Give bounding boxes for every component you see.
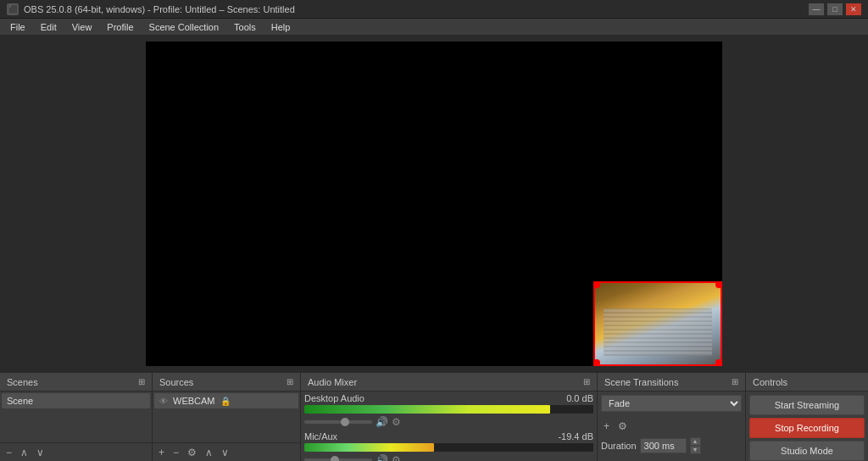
scenes-panel: Scenes ⊞ Scene − ∧ ∨ <box>0 373 153 461</box>
transitions-header: Scene Transitions ⊞ <box>598 373 745 392</box>
scenes-title: Scenes <box>7 377 38 387</box>
bottom-panel: Scenes ⊞ Scene − ∧ ∨ Sources ⊞ <box>0 372 868 461</box>
desktop-audio-meter <box>304 405 593 414</box>
scenes-up-button[interactable]: ∧ <box>18 445 31 460</box>
scene-item[interactable]: Scene <box>2 393 150 408</box>
mic-aux-db: -19.4 dB <box>558 431 593 442</box>
preview-canvas <box>146 42 722 366</box>
menu-bar: File Edit View Profile Scene Collection … <box>0 19 868 36</box>
scenes-header: Scenes ⊞ <box>0 373 152 392</box>
sources-settings-button[interactable]: ⚙ <box>185 445 199 460</box>
corner-handle-br[interactable] <box>715 359 722 366</box>
corner-handle-tl[interactable] <box>593 281 600 288</box>
title-text: OBS 25.0.8 (64-bit, windows) - Profile: … <box>24 4 295 14</box>
desktop-audio-settings-button[interactable]: ⚙ <box>392 416 401 428</box>
audio-track-desktop: Desktop Audio 0.0 dB 🔊 ⚙ <box>304 393 593 428</box>
transitions-settings-button[interactable]: ⚙ <box>615 419 630 434</box>
source-name: WEBCAM <box>173 396 215 406</box>
mic-audio-meter <box>304 443 593 452</box>
webcam-image <box>595 283 721 364</box>
transitions-add-row: + ⚙ <box>601 419 742 434</box>
desktop-mute-button[interactable]: 🔊 <box>376 416 388 428</box>
scenes-footer: − ∧ ∨ <box>0 442 152 461</box>
sources-expand-icon[interactable]: ⊞ <box>287 377 293 386</box>
transition-type-select[interactable]: Fade Cut Swipe Slide <box>601 395 742 412</box>
sources-header-icons: ⊞ <box>287 377 293 386</box>
desktop-volume-slider[interactable] <box>304 420 372 424</box>
desktop-audio-label: Desktop Audio <box>304 393 364 403</box>
start-streaming-button[interactable]: Start Streaming <box>749 395 865 415</box>
menu-scene-collection[interactable]: Scene Collection <box>142 20 226 34</box>
duration-label: Duration <box>601 441 637 451</box>
desktop-audio-db: 0.0 dB <box>566 393 593 403</box>
corner-handle-tr[interactable] <box>715 281 722 288</box>
menu-view[interactable]: View <box>65 20 99 34</box>
preview-area <box>0 36 868 372</box>
audio-mixer-header: Audio Mixer ⊞ <box>301 373 597 392</box>
audio-mixer-header-icons: ⊞ <box>583 377 590 386</box>
scene-transitions-panel: Scene Transitions ⊞ Fade Cut Swipe Slide… <box>598 373 746 461</box>
scenes-down-button[interactable]: ∨ <box>34 445 47 460</box>
minimize-button[interactable]: — <box>809 3 824 15</box>
webcam-preview[interactable] <box>593 281 722 366</box>
title-bar-left: ⬛ OBS 25.0.8 (64-bit, windows) - Profile… <box>7 3 295 15</box>
main: Scenes ⊞ Scene − ∧ ∨ Sources ⊞ <box>0 36 868 461</box>
audio-track-mic-header: Mic/Aux -19.4 dB <box>304 431 593 442</box>
duration-down-button[interactable]: ▼ <box>690 446 701 454</box>
controls-title: Controls <box>753 377 787 387</box>
duration-spinner: ▲ ▼ <box>690 437 701 454</box>
audio-track-mic: Mic/Aux -19.4 dB 🔊 ⚙ <box>304 431 593 461</box>
mic-aux-label: Mic/Aux <box>304 431 337 442</box>
corner-handle-bl[interactable] <box>593 359 600 366</box>
transitions-expand-icon[interactable]: ⊞ <box>732 377 738 386</box>
mic-mute-button[interactable]: 🔊 <box>376 454 388 461</box>
menu-tools[interactable]: Tools <box>227 20 263 34</box>
audio-mixer-title: Audio Mixer <box>308 377 357 387</box>
maximize-button[interactable]: □ <box>827 3 843 15</box>
sources-content: 👁 WEBCAM 🔒 <box>153 392 300 442</box>
app-icon: ⬛ <box>7 3 19 15</box>
duration-up-button[interactable]: ▲ <box>690 437 701 446</box>
audio-mixer-content: Desktop Audio 0.0 dB 🔊 ⚙ <box>301 392 597 461</box>
sources-down-button[interactable]: ∨ <box>219 445 231 460</box>
sources-add-button[interactable]: + <box>156 445 167 460</box>
menu-help[interactable]: Help <box>264 20 298 34</box>
duration-input[interactable] <box>640 438 687 453</box>
controls-header: Controls <box>746 373 868 392</box>
source-item-webcam[interactable]: 👁 WEBCAM 🔒 <box>154 393 298 408</box>
sources-title: Sources <box>159 377 193 387</box>
studio-mode-button[interactable]: Studio Mode <box>749 441 865 461</box>
sources-remove-button[interactable]: − <box>170 445 181 460</box>
window-controls: — □ ✕ <box>809 3 861 15</box>
sources-footer: + − ⚙ ∧ ∨ <box>153 442 300 461</box>
transitions-content: Fade Cut Swipe Slide + ⚙ Duration ▲ ▼ <box>598 392 745 461</box>
menu-edit[interactable]: Edit <box>34 20 64 34</box>
transitions-add-button[interactable]: + <box>601 419 612 434</box>
menu-profile[interactable]: Profile <box>100 20 140 34</box>
sources-panel: Sources ⊞ 👁 WEBCAM 🔒 + − ⚙ ∧ ∨ <box>153 373 301 461</box>
audio-mixer-panel: Audio Mixer ⊞ Desktop Audio 0.0 dB <box>301 373 598 461</box>
transition-duration-row: Duration ▲ ▼ <box>601 437 742 454</box>
controls-content: Start Streaming Stop Recording Studio Mo… <box>746 392 868 461</box>
mic-audio-settings-button[interactable]: ⚙ <box>392 454 401 461</box>
scenes-header-icons: ⊞ <box>138 377 145 386</box>
scenes-content: Scene <box>0 392 152 442</box>
sources-header: Sources ⊞ <box>153 373 300 392</box>
menu-file[interactable]: File <box>3 20 32 34</box>
scenes-remove-button[interactable]: − <box>3 445 14 460</box>
title-bar: ⬛ OBS 25.0.8 (64-bit, windows) - Profile… <box>0 0 868 19</box>
sources-up-button[interactable]: ∧ <box>203 445 215 460</box>
source-visibility-icon[interactable]: 👁 <box>159 397 168 406</box>
audio-track-desktop-header: Desktop Audio 0.0 dB <box>304 393 593 403</box>
transitions-title: Scene Transitions <box>604 377 678 387</box>
transitions-header-icons: ⊞ <box>732 377 738 386</box>
close-button[interactable]: ✕ <box>846 3 861 15</box>
source-lock-icon[interactable]: 🔒 <box>220 397 231 406</box>
controls-panel: Controls Start Streaming Stop Recording … <box>746 373 868 461</box>
stop-recording-button[interactable]: Stop Recording <box>749 418 865 438</box>
audio-mixer-expand-icon[interactable]: ⊞ <box>583 377 590 386</box>
scenes-expand-icon[interactable]: ⊞ <box>138 377 145 386</box>
